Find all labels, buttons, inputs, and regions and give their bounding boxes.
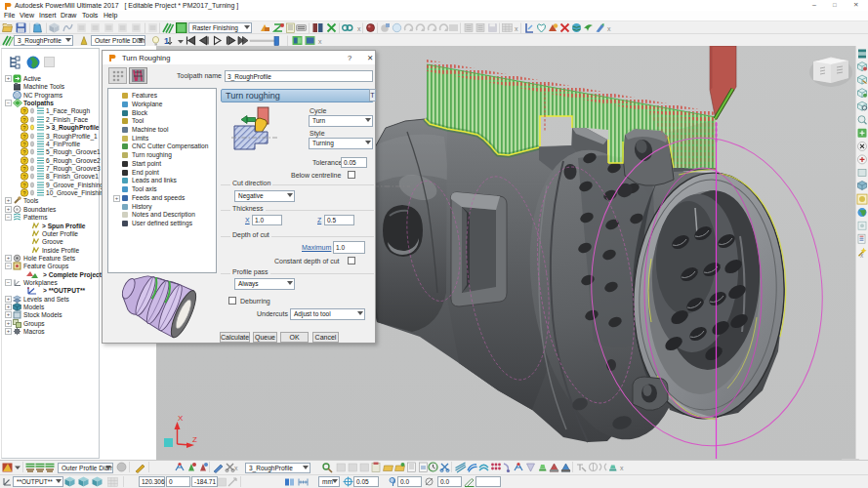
svg-text:x: x [620,465,624,471]
svg-text:Z: Z [192,435,197,444]
svg-text:x: x [515,25,518,32]
svg-text:x: x [357,25,361,32]
svg-text:x: x [234,465,238,471]
svg-text:X: X [178,414,184,423]
svg-text:1: 1 [164,36,169,46]
svg-text:x: x [318,38,322,45]
svg-text:x: x [607,25,611,32]
